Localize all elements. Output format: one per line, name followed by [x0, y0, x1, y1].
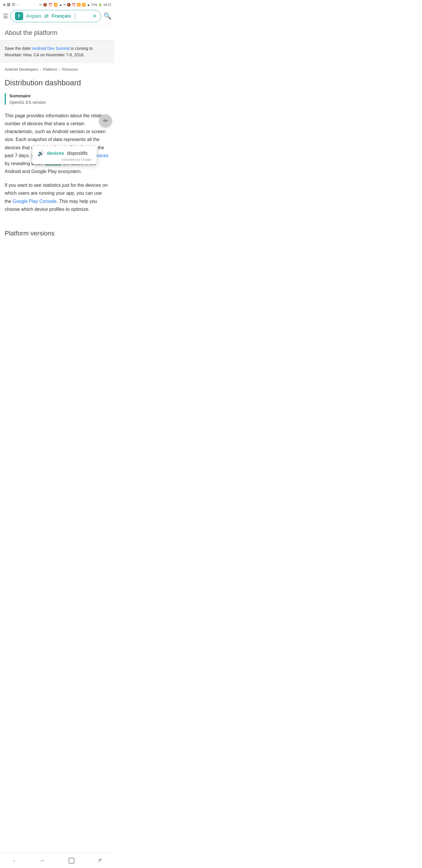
translation-popup-content: 🔊 devices dispositifs: [37, 150, 91, 157]
translation-translated-word: dispositifs: [67, 151, 88, 156]
translate-to-language[interactable]: Français: [52, 13, 71, 19]
breadcrumb-android-developers[interactable]: Android Developers: [5, 67, 38, 71]
breadcrumb-separator-1: ›: [40, 67, 41, 72]
translation-source-label: translated by Google: [37, 158, 91, 161]
translation-original-word: devices: [47, 151, 64, 156]
toc-title: Sommaire: [9, 93, 109, 98]
translate-icon: T: [15, 12, 23, 20]
floating-action-button[interactable]: ✏: [99, 114, 112, 127]
status-icon-grid: ⊞: [3, 3, 6, 7]
status-icon-p: ⓟ: [12, 2, 15, 7]
platform-versions-section-title: Platform versions: [0, 227, 114, 237]
signal-icon: ✂: [39, 3, 42, 7]
translate-from-language[interactable]: Anglais: [26, 13, 41, 19]
translate-swap-button[interactable]: ⇄: [44, 13, 48, 19]
edit-icon: ✏: [103, 117, 108, 124]
battery-percent: ✂ 🔕 ⏰ 📶 📶 ▲ 71% 🔋 14:17: [63, 3, 111, 7]
body-paragraph-2: If you want to see statistics just for t…: [5, 181, 109, 213]
translation-bar[interactable]: T Anglais ⇄ Français ✕: [10, 10, 101, 22]
toc-item-opengl[interactable]: OpenGL ES version: [9, 100, 109, 105]
speaker-icon[interactable]: 🔊: [37, 150, 44, 157]
alarm-icon: ⏰: [48, 3, 53, 7]
status-bar: ⊞ 🖼 ⓟ ··· ✂ 🔕 ⏰ 📶 ▲ ✂ 🔕 ⏰ 📶 📶 ▲ 71% 🔋 14…: [0, 0, 114, 8]
announcement-text: Save the date! Android Dev Summit is com…: [5, 45, 109, 58]
breadcrumb-platform[interactable]: Platform: [43, 67, 57, 71]
translation-popup: 🔊 devices dispositifs translated by Goog…: [32, 146, 97, 164]
status-icon-image: 🖼: [7, 3, 10, 6]
status-bar-right-icons: ✂ 🔕 ⏰ 📶 ▲ ✂ 🔕 ⏰ 📶 📶 ▲ 71% 🔋 14:17: [39, 3, 111, 7]
mute-icon: 🔕: [43, 3, 47, 7]
breadcrumb: Android Developers › Platform › Releases: [0, 63, 114, 76]
hamburger-menu-button[interactable]: ☰: [3, 12, 8, 20]
announcement-banner: Save the date! Android Dev Summit is com…: [0, 40, 114, 63]
page-header-title: About the platform: [5, 29, 109, 37]
distribution-dashboard-title: Distribution dashboard: [5, 78, 109, 87]
wifi-icon: 📶: [54, 3, 58, 7]
google-play-console-link[interactable]: Google Play Console: [12, 199, 57, 204]
page-header: About the platform: [0, 24, 114, 40]
cell-icon: ▲: [59, 3, 62, 6]
translate-divider: [75, 13, 75, 19]
breadcrumb-releases: Releases: [62, 67, 78, 71]
table-of-contents: Sommaire OpenGL ES version: [5, 93, 109, 105]
status-bar-left-icons: ⊞ 🖼 ⓟ ···: [3, 2, 19, 7]
translate-close-button[interactable]: ✕: [92, 13, 97, 19]
body-paragraph-1: This page provides information about the…: [5, 112, 109, 176]
search-button[interactable]: 🔍: [103, 12, 111, 20]
android-dev-summit-link[interactable]: Android Dev Summit: [32, 46, 69, 51]
status-icon-more: ···: [17, 3, 19, 6]
toolbar: ☰ T Anglais ⇄ Français ✕ 🔍: [0, 8, 114, 24]
breadcrumb-separator-2: ›: [59, 67, 60, 72]
